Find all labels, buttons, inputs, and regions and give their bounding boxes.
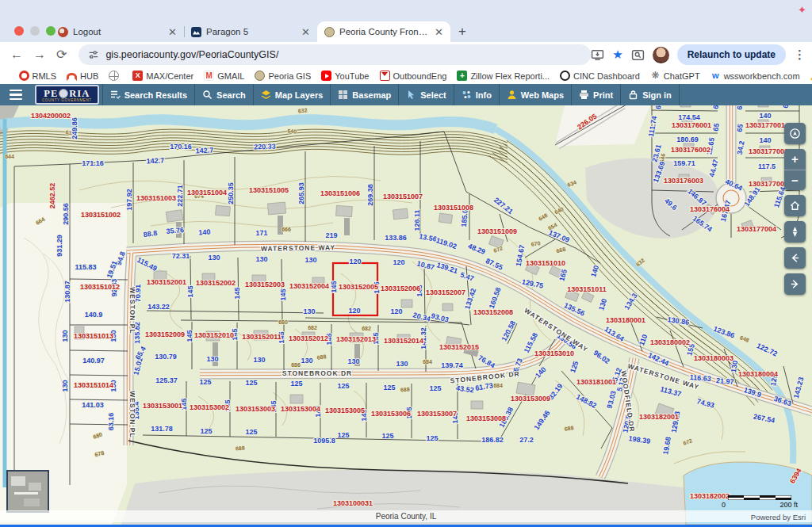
gis-map-canvas[interactable]: 6306326406446646346406486546706686726326… [0, 105, 812, 525]
window-controls [14, 26, 56, 36]
map-dimension-label: 145 [279, 288, 287, 300]
map-dimension-label: 27.2 [519, 436, 534, 444]
map-dimension-label: 130 [303, 307, 315, 315]
select-button[interactable]: Select [398, 84, 453, 105]
tab-logout[interactable]: Logout ✕ [51, 21, 184, 42]
map-layers-button[interactable]: Map Layers [253, 84, 331, 105]
map-dimension-label: 72.31 [172, 252, 190, 260]
map-parcel-label: 1303182001 [639, 413, 679, 421]
map-dimension-label: 171.16 [82, 159, 104, 167]
map-parcel-label: 1303176004 [690, 205, 730, 213]
search-button[interactable]: Search [194, 84, 253, 105]
bookmark-wssworkbench[interactable]: wwssworkbench.com [710, 71, 800, 81]
map-parcel-label: 1303151010 [526, 259, 565, 267]
bookmark-cinc-dashboard[interactable]: CINC Dashboard [560, 71, 640, 81]
zoom-in-button[interactable]: + [784, 149, 806, 170]
map-parcel-label: 1303151005 [249, 186, 289, 194]
search-results-button[interactable]: Search Results [102, 84, 194, 105]
map-parcel-label: 1303153001 [143, 402, 182, 410]
map-contour-label: 688 [236, 445, 245, 452]
map-dimension-label: 174.54 [678, 113, 700, 121]
tab-paragon5[interactable]: Paragon 5 ✕ [184, 21, 317, 42]
bookmark-max-center[interactable]: XMAX/Center [132, 71, 193, 81]
map-dimension-label: 170.16 [170, 143, 192, 151]
bookmark-peoria-gis[interactable]: Peoria GIS [255, 71, 311, 81]
map-street-label: STONEBROOK DR [282, 369, 352, 377]
map-parcel-label: 1303180001 [606, 316, 645, 324]
home-button[interactable] [784, 195, 806, 216]
next-extent-button[interactable] [784, 273, 806, 295]
layers-icon [261, 90, 271, 100]
bookmark-rmls[interactable]: RMLS [19, 71, 57, 81]
kebab-menu-icon[interactable]: ⋮ [794, 48, 806, 62]
basemap-button[interactable]: Basemap [330, 84, 398, 105]
compass-button[interactable] [784, 221, 806, 242]
relaunch-to-update-button[interactable]: Relaunch to update [677, 44, 786, 65]
tab-search-icon[interactable] [631, 48, 645, 62]
map-dimension-label: 117.5 [758, 162, 776, 170]
url-text[interactable]: gis.peoriacounty.gov/PeoriaCountyGIS/ [105, 49, 278, 60]
web-maps-button[interactable]: Web Maps [499, 84, 571, 105]
site-settings-icon[interactable] [88, 49, 99, 60]
tab-peoria-county-front-desk[interactable]: Peoria County Front Desk ✕ [317, 21, 450, 42]
forward-icon[interactable]: → [33, 48, 46, 61]
new-tab-button[interactable]: + [450, 21, 474, 42]
map-parcel-label: 1303151009 [477, 227, 517, 235]
map-contour-label: 644 [5, 154, 14, 159]
map-parcel-label: 1303151006 [320, 189, 360, 197]
globe-icon [109, 71, 119, 81]
overview-inset-map[interactable] [6, 470, 49, 513]
bookmark-star-icon[interactable]: ★ [612, 48, 622, 62]
map-dimension-label: 186.82 [481, 436, 504, 444]
bookmark-hub[interactable]: HUB [67, 71, 98, 81]
profile-avatar[interactable] [653, 47, 669, 63]
sign-in-button[interactable]: Sign in [620, 84, 680, 105]
map-dimension-label: 125 [381, 432, 393, 440]
map-dimension-label: 125 [245, 379, 257, 387]
map-contour-label: 682 [362, 326, 371, 331]
map-dimension-label: 140.9 [85, 311, 103, 319]
map-parcel-label: 1303151007 [383, 193, 423, 200]
window-minimize-button[interactable] [30, 26, 40, 36]
url-bar[interactable]: gis.peoriacounty.gov/PeoriaCountyGIS/ [79, 44, 591, 65]
map-dimension-label: 931.29 [56, 235, 63, 257]
map-parcel-label: 1303151011 [567, 285, 607, 293]
close-tab-icon[interactable]: ✕ [168, 27, 177, 37]
back-icon[interactable]: ← [10, 48, 23, 61]
zoom-out-button[interactable]: − [784, 170, 806, 191]
bookmark-chatgpt[interactable]: ❋ChatGPT [650, 71, 700, 81]
zoom-control: + − [784, 149, 806, 190]
map-street-label: WESTON PL [128, 391, 136, 437]
bookmark-zillow-flex[interactable]: +Zillow Flex Reporti... [457, 71, 550, 81]
map-dimension-label: 140 [759, 136, 771, 144]
info-button[interactable]: Info [454, 84, 499, 105]
print-button[interactable]: Print [571, 84, 620, 105]
logo-text: PE [44, 89, 58, 98]
close-tab-icon[interactable]: ✕ [435, 27, 443, 37]
window-close-button[interactable] [14, 26, 24, 36]
bookmark-youtube[interactable]: YouTube [321, 71, 369, 81]
locate-button[interactable] [784, 123, 806, 144]
map-dimension-label: 171 [255, 229, 267, 238]
map-parcel-label: 2462.52 [48, 183, 56, 209]
zillow-icon: + [457, 71, 467, 81]
scale-bar: 0 200 ft [722, 495, 798, 509]
map-contour-label: 684 [423, 359, 432, 365]
map-dimension-label: 130 [396, 360, 408, 368]
bookmark-outboundeng[interactable]: OutboundEng [380, 71, 447, 81]
magnifier-icon [202, 90, 213, 100]
bookmark-globe[interactable] [109, 71, 122, 81]
install-app-icon[interactable] [591, 48, 604, 62]
map-parcel-label: 1303153010 [534, 349, 574, 357]
hamburger-menu-icon[interactable] [0, 84, 32, 105]
bookmark-gmail[interactable]: MGMAIL [204, 71, 244, 81]
map-parcel-label: 1303151003 [136, 194, 176, 202]
map-parcel-label: 1303153004 [281, 405, 320, 413]
map-dimension-label: 180.69 [676, 136, 699, 143]
close-tab-icon[interactable]: ✕ [301, 27, 310, 37]
previous-extent-button[interactable] [784, 247, 806, 269]
map-contour-label: 684 [493, 383, 503, 388]
reload-icon[interactable]: ⟳ [56, 48, 67, 61]
peoria-seal-icon [255, 71, 265, 81]
map-parcel-label: 1303151012 [80, 283, 120, 291]
